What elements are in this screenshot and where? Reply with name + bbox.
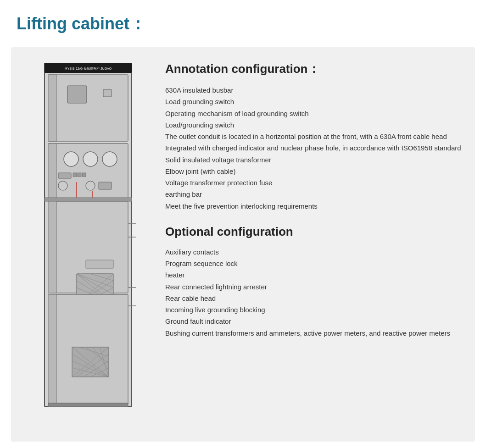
optional-section-title: Optional configuration: [165, 225, 462, 239]
svg-point-9: [64, 152, 78, 166]
svg-rect-13: [73, 173, 77, 177]
optional-item-6: Ground fault indicator: [165, 315, 462, 327]
svg-point-10: [83, 152, 98, 166]
annotation-item-4: The outlet conduit is located in a horiz…: [165, 131, 462, 142]
cabinet-diagram: MYSIS-12/G 母线提升柜 JUGAO: [24, 58, 152, 431]
annotation-item-0: 630A insulated busbar: [165, 84, 462, 96]
annotation-section-title: Annotation configuration：: [165, 61, 462, 77]
cabinet-svg: MYSIS-12/G 母线提升柜 JUGAO: [40, 63, 136, 413]
svg-rect-7: [48, 144, 128, 199]
annotation-item-2: Operating mechanism of load grounding sw…: [165, 108, 462, 119]
optional-item-4: Rear cable head: [165, 293, 462, 304]
svg-rect-18: [99, 182, 112, 189]
optional-item-0: Auxiliary contacts: [165, 246, 462, 258]
annotation-config-list: 630A insulated busbar Load grounding swi…: [165, 84, 462, 212]
optional-item-1: Program sequence lock: [165, 258, 462, 269]
annotations-panel: Annotation configuration： 630A insulated…: [165, 58, 462, 431]
svg-text:MYSIS-12/G  母线提升柜  JUGAO: MYSIS-12/G 母线提升柜 JUGAO: [65, 67, 112, 71]
svg-point-11: [102, 152, 117, 166]
svg-rect-8: [48, 144, 56, 199]
svg-rect-23: [45, 198, 132, 201]
svg-rect-15: [82, 173, 86, 177]
optional-item-3: Rear connected lightning arrester: [165, 281, 462, 293]
annotation-item-8: Voltage transformer protection fuse: [165, 177, 462, 188]
main-content: MYSIS-12/G 母线提升柜 JUGAO: [11, 47, 475, 442]
svg-rect-3: [48, 75, 128, 141]
annotation-item-6: Solid insulated voltage transformer: [165, 154, 462, 166]
svg-rect-77: [48, 403, 128, 407]
svg-rect-25: [48, 201, 56, 293]
annotation-item-10: Meet the five prevention interlocking re…: [165, 200, 462, 212]
svg-rect-43: [86, 260, 113, 268]
page-header: Lifting cabinet：: [0, 0, 486, 43]
optional-item-2: heater: [165, 269, 462, 281]
optional-item-5: Incoming live grounding blocking: [165, 304, 462, 315]
svg-rect-4: [48, 75, 56, 141]
svg-rect-6: [103, 89, 112, 97]
annotation-item-7: Elbow joint (with cable): [165, 166, 462, 177]
page-title: Lifting cabinet：: [17, 13, 469, 35]
svg-point-17: [86, 181, 95, 190]
annotation-item-9: earthing bar: [165, 188, 462, 200]
annotation-item-1: Load grounding switch: [165, 96, 462, 107]
annotation-item-5: Integrated with charged indicator and nu…: [165, 142, 462, 154]
svg-rect-61: [48, 294, 56, 404]
optional-config-list: Auxiliary contacts Program sequence lock…: [165, 246, 462, 339]
svg-rect-12: [58, 173, 71, 178]
annotation-item-3: Load/grounding switch: [165, 119, 462, 131]
svg-point-16: [58, 181, 67, 190]
svg-rect-14: [78, 173, 81, 177]
svg-rect-5: [67, 86, 87, 103]
optional-item-7: Bushing current transformers and ammeter…: [165, 327, 462, 339]
